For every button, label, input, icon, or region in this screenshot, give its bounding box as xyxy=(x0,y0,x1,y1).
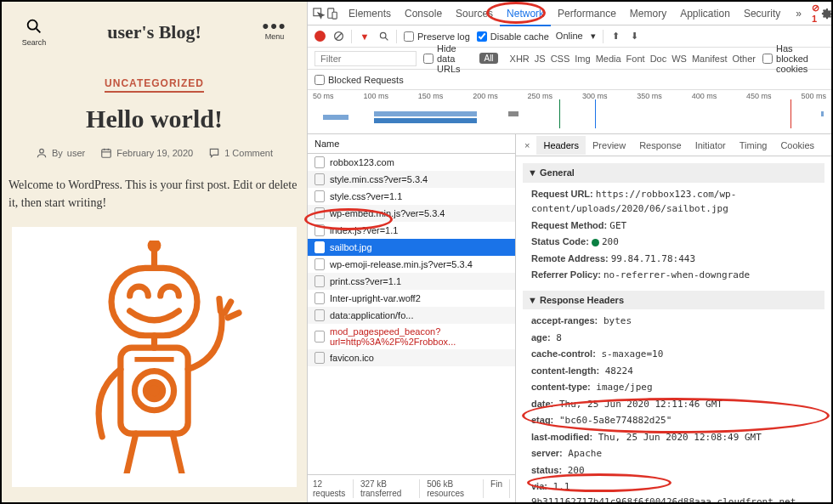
detail-tabs: × HeadersPreviewResponseInitiatorTimingC… xyxy=(516,134,831,156)
tab-memory[interactable]: Memory xyxy=(623,3,673,25)
tab-security[interactable]: Security xyxy=(737,3,787,25)
header-row: age: 8 xyxy=(523,330,824,347)
device-icon[interactable] xyxy=(326,8,338,20)
request-row[interactable]: mod_pagespeed_beacon?url=http%3A%2F%2Fro… xyxy=(308,324,515,349)
user-icon xyxy=(36,147,48,159)
header-row: via: 1.1 9b311162717b41c968f6f00426d88aa… xyxy=(523,479,824,502)
timeline[interactable]: 50 ms100 ms150 ms200 ms250 ms300 ms350 m… xyxy=(308,90,831,134)
filter-other[interactable]: Other xyxy=(733,54,756,64)
file-icon xyxy=(314,173,325,185)
close-icon[interactable]: × xyxy=(519,140,535,150)
filter-icon[interactable]: ▼ xyxy=(359,31,371,42)
error-count[interactable]: ⊘ 1 xyxy=(812,3,819,24)
blocked-requests[interactable]: Blocked Requests xyxy=(314,75,404,85)
filter-all[interactable]: All xyxy=(479,53,497,64)
request-row[interactable]: favicon.ico xyxy=(308,349,515,366)
filter-manifest[interactable]: Manifest xyxy=(692,54,728,64)
clear-button[interactable] xyxy=(332,31,344,42)
category-link[interactable]: UNCATEGORIZED xyxy=(2,77,307,89)
filter-xhr[interactable]: XHR xyxy=(510,54,530,64)
upload-icon[interactable]: ⬆ xyxy=(610,31,622,42)
request-name: robbox123.com xyxy=(330,157,394,167)
blocked-row: Blocked Requests xyxy=(308,70,831,90)
comments-link[interactable]: 1 Comment xyxy=(208,147,273,159)
tab-console[interactable]: Console xyxy=(398,3,449,25)
request-name: sailbot.jpg xyxy=(330,242,372,252)
request-list: robbox123.comstyle.min.css?ver=5.3.4styl… xyxy=(308,154,515,474)
svg-rect-14 xyxy=(134,357,173,362)
requests-header[interactable]: Name xyxy=(308,134,515,154)
file-icon xyxy=(314,331,325,343)
settings-icon[interactable] xyxy=(821,8,831,20)
svg-point-0 xyxy=(28,20,37,30)
svg-line-17 xyxy=(228,313,239,318)
request-row[interactable]: index.js?ver=1.1 xyxy=(308,222,515,239)
request-name: data:application/fo... xyxy=(330,310,413,320)
file-icon xyxy=(314,275,325,287)
filter-doc[interactable]: Doc xyxy=(650,54,667,64)
filter-img[interactable]: Img xyxy=(575,54,590,64)
request-row[interactable]: data:application/fo... xyxy=(308,307,515,324)
section-response-headers[interactable]: ▼ Response Headers xyxy=(523,291,824,310)
header-row: server: Apache xyxy=(523,445,824,462)
detail-tab-response[interactable]: Response xyxy=(632,136,688,155)
tab-network[interactable]: Network xyxy=(500,3,551,26)
tab-more[interactable]: » xyxy=(789,3,808,25)
author[interactable]: By user xyxy=(36,147,85,159)
svg-point-8 xyxy=(150,241,158,249)
search-icon[interactable] xyxy=(377,31,389,42)
svg-point-2 xyxy=(40,149,44,153)
date: February 19, 2020 xyxy=(100,147,193,159)
tab-elements[interactable]: Elements xyxy=(342,3,398,25)
filter-css[interactable]: CSS xyxy=(551,54,570,64)
filter-ws[interactable]: WS xyxy=(672,54,687,64)
tab-sources[interactable]: Sources xyxy=(449,3,500,25)
detail-tab-initiator[interactable]: Initiator xyxy=(688,136,733,155)
record-button[interactable] xyxy=(314,31,326,42)
preserve-log[interactable]: Preserve log xyxy=(404,31,470,42)
search-label: Search xyxy=(22,38,47,47)
tab-application[interactable]: Application xyxy=(673,3,737,25)
detail-tab-cookies[interactable]: Cookies xyxy=(774,136,821,155)
site-title[interactable]: user's Blog! xyxy=(51,21,258,43)
tab-performance[interactable]: Performance xyxy=(551,3,623,25)
file-icon xyxy=(314,352,325,364)
request-row[interactable]: sailbot.jpg xyxy=(308,239,515,256)
devtools-tabbar: ElementsConsoleSourcesNetworkPerformance… xyxy=(308,2,831,25)
menu-button[interactable]: ••• Menu xyxy=(258,23,292,42)
request-name: index.js?ver=1.1 xyxy=(330,225,398,235)
request-row[interactable]: style.min.css?ver=5.3.4 xyxy=(308,171,515,188)
svg-point-25 xyxy=(380,32,386,38)
detail-tab-headers[interactable]: Headers xyxy=(536,136,586,155)
request-row[interactable]: Inter-upright-var.woff2 xyxy=(308,290,515,307)
filter-media[interactable]: Media xyxy=(596,54,621,64)
headers-panel: ▼ General Request URL: https://robbox123… xyxy=(516,156,831,502)
request-row[interactable]: robbox123.com xyxy=(308,154,515,171)
header-row: accept-ranges: bytes xyxy=(523,313,824,330)
request-row[interactable]: style.css?ver=1.1 xyxy=(308,188,515,205)
request-row[interactable]: wp-emoji-release.min.js?ver=5.3.4 xyxy=(308,256,515,273)
header-row: date: Thu, 25 Jun 2020 12:11:46 GMT xyxy=(523,396,824,413)
filter-font[interactable]: Font xyxy=(626,54,645,64)
filter-input[interactable] xyxy=(314,51,416,66)
header-row: content-type: image/jpeg xyxy=(523,379,824,396)
search-button[interactable]: Search xyxy=(17,17,51,47)
throttle-select[interactable]: Online ▾ xyxy=(556,31,596,42)
detail-tab-preview[interactable]: Preview xyxy=(586,136,632,155)
file-icon xyxy=(314,241,325,253)
filter-js[interactable]: JS xyxy=(535,54,546,64)
request-row[interactable]: print.css?ver=1.1 xyxy=(308,273,515,290)
post-meta: By user February 19, 2020 1 Comment xyxy=(2,147,307,159)
request-row[interactable]: wp-embed.min.js?ver=5.3.4 xyxy=(308,205,515,222)
request-name: print.css?ver=1.1 xyxy=(330,276,401,286)
devtools-panel: ElementsConsoleSourcesNetworkPerformance… xyxy=(308,2,831,502)
download-icon[interactable]: ⬇ xyxy=(629,31,641,42)
requests-footer: 12 requests 327 kB transferred 506 kB re… xyxy=(308,474,515,502)
inspect-icon[interactable] xyxy=(313,8,325,20)
post-image xyxy=(12,227,297,487)
comment-icon xyxy=(208,147,220,159)
disable-cache[interactable]: Disable cache xyxy=(477,31,549,42)
header-row: content-length: 48224 xyxy=(523,363,824,380)
section-general[interactable]: ▼ General xyxy=(523,163,824,183)
detail-tab-timing[interactable]: Timing xyxy=(733,136,774,155)
